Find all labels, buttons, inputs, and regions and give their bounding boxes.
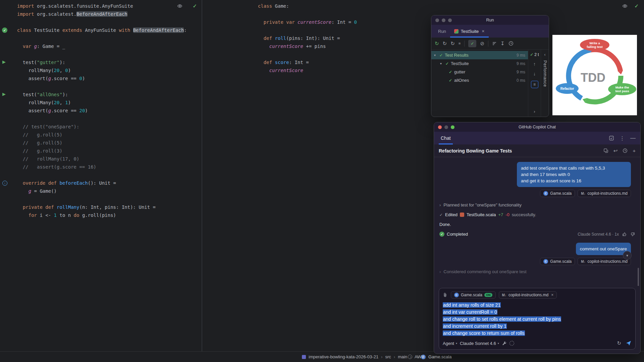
tab-chat[interactable]: Chat [439,132,453,144]
run-class-passed-icon[interactable]: ✓ [2,27,7,33]
zoom-window-button[interactable] [448,18,452,22]
context-chip-label: Game.scala [461,293,482,297]
chat-input-box[interactable]: C Game.scala ON M↓ copilot-instructions.… [439,288,636,350]
considered-step-row[interactable]: › Considered commenting out oneSpare tes… [439,269,635,274]
scroll-to-bottom-button[interactable]: ▾ [623,251,632,260]
no-problems-icon[interactable]: ✓ [193,3,197,9]
chevron-down-icon[interactable]: ▾ [440,62,443,65]
selected-text: add int array rolls of size 21 [443,302,501,308]
chat-tab-bar: Chat ⋮ — [434,132,640,144]
run-test-gutter-icon[interactable]: ▶ [2,59,6,64]
rerun-failed-tests-icon[interactable]: ↻ [443,41,447,46]
filter-tests-button[interactable]: ≡ [531,81,538,88]
attach-file-icon[interactable] [443,292,448,298]
select-mode-icon[interactable] [609,135,614,141]
toggle-auto-test-icon[interactable]: ↻ [450,41,455,46]
attachments-icon[interactable] [603,148,608,153]
highlighting-eye-icon[interactable] [622,3,628,9]
show-passed-toggle[interactable]: ✓ [468,40,476,47]
collapse-stripe-icon[interactable]: ‹ [544,52,546,57]
show-ignored-icon[interactable]: ⊘ [480,41,484,46]
input-line[interactable]: add int array rolls of size 21 [443,302,632,309]
next-test-icon[interactable]: ↓ [533,71,536,76]
editor-splitter[interactable] [202,0,202,351]
attachment-copilot-instructions[interactable]: M↓ copilot-instructions.md [578,258,631,265]
model-dropdown[interactable]: Claude Sonnet 4.6 ▾ [460,341,499,346]
completed-row: ✓ Completed Claude Sonnet 4.6 · 1x [439,232,635,237]
tab-testsuite[interactable]: TestSuite × [450,25,489,38]
tree-row-test-results[interactable]: ▾ ✓ Test Results 9 ms [431,51,528,59]
run-test-allones-icon[interactable]: ▶ [2,92,6,97]
tree-row-gutter[interactable]: ✓ gutter 9 ms [431,68,528,76]
run-window-titlebar[interactable]: Run [431,15,549,25]
tree-label: allOnes [454,78,469,83]
context-chip-label: copilot-instructions.md [508,293,548,297]
breadcrumb-file[interactable]: Game.scala [428,354,451,359]
minimize-window-button[interactable] [442,18,445,22]
attachment-game-scala[interactable]: C Game.scala [540,258,575,265]
breadcrumb-src[interactable]: src [385,354,391,359]
no-problems-icon[interactable]: ✓ [634,3,639,9]
minimize-window-button[interactable] [444,125,448,129]
tools-icon[interactable] [502,341,507,346]
regenerate-icon[interactable]: ↻ [617,340,621,346]
rerun-tests-icon[interactable]: ↻ [435,41,439,46]
run-toolbar: ↻ ↻ ↻ ■ ✓ ⊘ ↧ [431,38,549,50]
chevron-down-icon[interactable]: ▾ [434,53,437,57]
editor-testsuite[interactable]: ✓ ▶ ▶ ↑ import org.scalatest.funsuite.An… [0,0,202,351]
tree-row-testsuite[interactable]: ▾ ✓ TestSuite 9 ms [431,59,528,68]
context-chip-game-scala[interactable]: C Game.scala ON [451,291,496,299]
minimize-panel-icon[interactable]: — [630,135,636,141]
override-method-icon[interactable]: ↑ [2,181,7,186]
class-file-icon: C [543,191,548,196]
send-icon[interactable] [626,340,632,346]
import-test-results-icon[interactable]: ↧ [500,41,505,46]
game-code[interactable]: class Game: private var currentScore: In… [258,2,357,74]
chevron-right-icon[interactable]: › [439,269,441,274]
close-window-button[interactable] [438,125,442,129]
input-line[interactable]: and change score to return sum of rolls [443,330,632,337]
breadcrumb-project[interactable]: imperative-bowling-kata-2026-03-21 [309,354,378,359]
new-chat-icon[interactable]: + [633,148,636,154]
close-tab-icon[interactable]: × [482,28,484,34]
sort-tests-icon[interactable] [492,41,497,46]
mode-dropdown[interactable]: Agent ▾ [443,341,457,346]
input-line[interactable]: and change roll to set rolls element at … [443,316,632,323]
more-options-icon[interactable]: ⋮ [620,135,625,141]
test-history-icon[interactable] [508,41,514,46]
thumbs-up-icon[interactable] [622,232,627,237]
zoom-window-button[interactable] [451,125,454,129]
chat-window-titlebar[interactable]: GitHub Copilot Chat [434,122,640,132]
undo-icon[interactable]: ↩ [613,148,618,154]
stop-icon[interactable]: ■ [459,42,461,45]
performance-stripe: ‹ Performance [541,50,549,117]
context-on-badge: ON [484,293,492,297]
context-chip-copilot-instructions[interactable]: M↓ copilot-instructions.md × [499,291,557,299]
tree-row-allones[interactable]: ✓ allOnes 0 ms [431,76,528,84]
expand-panel-icon[interactable]: › [534,109,535,114]
chat-scrollbar[interactable] [638,268,639,286]
planned-step-row[interactable]: › Planned test for "oneSpare" functional… [439,202,635,207]
input-line[interactable]: and int var currentRoll = 0 [443,309,632,316]
tdd-label-green-1: Make the [615,85,629,89]
breadcrumb-main[interactable]: main [398,354,407,359]
chevron-right-icon[interactable]: › [439,202,441,207]
chat-message-list[interactable]: add test oneSpare that calls roll with 5… [434,157,640,286]
testsuite-code[interactable]: import org.scalatest.funsuite.AnyFunSuit… [17,2,187,219]
chat-input-text[interactable]: add int array rolls of size 21 and int v… [443,302,632,337]
attachment-copilot-instructions[interactable]: M↓ copilot-instructions.md [578,190,631,197]
tree-duration: 0 ms [517,78,525,83]
aws-status-item[interactable]: AWS: [408,352,426,362]
highlighting-eye-icon[interactable] [177,3,182,9]
performance-tab[interactable]: Performance [543,60,547,87]
close-window-button[interactable] [435,18,439,22]
context-usage-icon[interactable] [509,341,514,346]
remove-context-icon[interactable]: × [551,293,553,297]
input-line[interactable]: and increment current roll by 1 [443,323,632,330]
thumbs-down-icon[interactable] [630,232,635,237]
previous-test-icon[interactable]: ↑ [533,61,536,67]
tab-run[interactable]: Run [434,25,450,38]
edited-file-name[interactable]: TestSuite.scala [467,212,496,217]
history-icon[interactable] [623,148,628,153]
attachment-game-scala[interactable]: C Game.scala [540,190,575,197]
